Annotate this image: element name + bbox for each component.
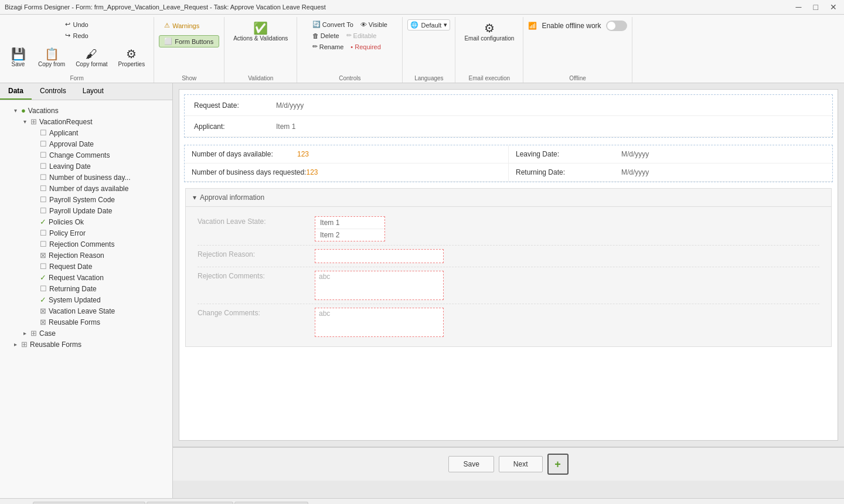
tab-controls[interactable]: Controls xyxy=(32,83,74,100)
tree-item-vacation-leave-state[interactable]: ⊠ Vacation Leave State xyxy=(0,305,172,316)
request-vacation-label: Request Vacation xyxy=(49,274,104,282)
rejection-comments-icon: ☐ xyxy=(40,240,47,248)
delete-button[interactable]: 🗑 Delete xyxy=(310,30,342,40)
reusable-forms-root-icon: ⊞ xyxy=(21,340,28,349)
tree-item-case[interactable]: ▸ ⊞ Case xyxy=(0,328,172,339)
undo-button[interactable]: ↩ Undo xyxy=(63,19,90,29)
controls-row-2: 🗑 Delete ✏ Editable xyxy=(310,30,390,40)
email-config-button[interactable]: ⚙ Email configuration xyxy=(460,19,518,45)
expander-vacations[interactable]: ▾ xyxy=(12,107,19,114)
tab-data[interactable]: Data xyxy=(0,83,32,100)
device-tab-ipad[interactable]: 📱 iPad (Default)* ▾ xyxy=(234,502,308,505)
expander-case[interactable]: ▸ xyxy=(21,330,28,337)
tree-item-rejection-reason[interactable]: ⊠ Rejection Reason xyxy=(0,250,172,261)
tree-item-reusable-forms-child[interactable]: ⊠ Reusable Forms xyxy=(0,316,172,328)
tree-item-applicant[interactable]: ☐ Applicant xyxy=(0,127,172,138)
expander-rejection-reason xyxy=(30,252,38,259)
language-select[interactable]: 🌐 Default ▾ xyxy=(407,19,450,30)
expander-reusable-forms-child xyxy=(30,319,38,326)
vacation-leave-state-label: Vacation Leave State xyxy=(49,307,115,315)
expander-vacation-leave-state xyxy=(30,308,38,315)
editable-button[interactable]: ✏ Editable xyxy=(344,30,379,40)
tree-item-policies-ok[interactable]: ✓ Policies Ok xyxy=(0,216,172,227)
tree-item-payroll-update-date[interactable]: ☐ Payroll Update Date xyxy=(0,205,172,216)
add-button[interactable]: + xyxy=(547,454,569,475)
expander-vacation-request[interactable]: ▾ xyxy=(21,118,28,125)
expander-payroll-system-code xyxy=(30,196,38,203)
nav-forward[interactable]: ▶ xyxy=(17,502,28,505)
tree-item-leaving-date[interactable]: ☐ Leaving Date xyxy=(0,161,172,172)
policies-ok-icon: ✓ xyxy=(40,217,46,226)
rejection-comments-input[interactable]: abc xyxy=(315,271,444,300)
wifi-icon: 📶 xyxy=(528,22,537,30)
reusable-forms-child-icon: ⊠ xyxy=(40,318,46,326)
warnings-button[interactable]: ⚠ Warnings xyxy=(159,19,219,32)
bottom-bar: Save Next + xyxy=(173,447,844,481)
redo-icon: ↪ xyxy=(65,32,70,39)
minimize-button[interactable]: ─ xyxy=(794,2,804,12)
vacation-leave-state-dropdown[interactable]: Item 1 Item 2 xyxy=(315,216,385,241)
number-business-days-icon: ☐ xyxy=(40,173,47,182)
system-updated-icon: ✓ xyxy=(40,295,46,304)
tree-item-approval-date[interactable]: ☐ Approval Date xyxy=(0,138,172,149)
request-date-row: Request Date: M/d/yyyy xyxy=(185,95,832,116)
approval-header-label: Approval information xyxy=(200,193,264,202)
tree-item-vacation-request[interactable]: ▾ ⊞ VacationRequest xyxy=(0,116,172,127)
tree-item-policy-error[interactable]: ☐ Policy Error xyxy=(0,227,172,239)
change-comments-input[interactable]: abc xyxy=(315,308,444,337)
device-tab-desktop[interactable]: 🖥 Desktop 1280x800 (Default)* ▾ xyxy=(33,502,145,505)
expander-reusable-forms-root[interactable]: ▸ xyxy=(12,341,19,348)
properties-button[interactable]: ⚙ Properties xyxy=(114,45,149,70)
tree-item-number-days-available[interactable]: ☐ Number of days available xyxy=(0,183,172,194)
title-text: Bizagi Forms Designer - Form: frm_Approv… xyxy=(5,4,326,11)
approval-date-label: Approval Date xyxy=(49,140,94,148)
expander-leaving-date xyxy=(30,163,38,170)
copy-from-button[interactable]: 📋 Copy from xyxy=(34,45,69,70)
tree-item-number-business-days[interactable]: ☐ Number of business day... xyxy=(0,172,172,183)
close-button[interactable]: ✕ xyxy=(828,2,839,12)
reusable-forms-child-label: Reusable Forms xyxy=(49,318,100,326)
required-button[interactable]: • Required xyxy=(348,42,383,52)
tab-layout[interactable]: Layout xyxy=(74,83,112,100)
number-business-days-value: 123 xyxy=(306,168,501,176)
tree-item-reusable-forms-root[interactable]: ▸ ⊞ Reusable Forms xyxy=(0,339,172,350)
vacation-leave-state-option-2[interactable]: Item 2 xyxy=(315,229,384,241)
tree-item-returning-date[interactable]: ☐ Returning Date xyxy=(0,283,172,294)
nav-back[interactable]: ◀ xyxy=(5,502,16,505)
returning-date-icon: ☐ xyxy=(40,284,47,293)
change-comments-value-area: abc xyxy=(315,308,819,337)
tree-item-system-updated[interactable]: ✓ System Updated xyxy=(0,294,172,305)
offline-toggle[interactable] xyxy=(606,21,627,31)
tree-item-request-date[interactable]: ☐ Request Date xyxy=(0,261,172,272)
tree-item-vacations[interactable]: ▾ ● Vacations xyxy=(0,105,172,116)
request-info-section: Request Date: M/d/yyyy Applicant: Item 1 xyxy=(184,94,833,138)
form-buttons-button[interactable]: ⬜ Form Buttons xyxy=(159,35,219,47)
rename-button[interactable]: ✏ Rename xyxy=(310,42,346,52)
approval-header[interactable]: ▾ Approval information xyxy=(186,189,831,207)
tree-item-payroll-system-code[interactable]: ☐ Payroll System Code xyxy=(0,194,172,205)
payroll-update-date-label: Payroll Update Date xyxy=(49,207,112,215)
convert-to-button[interactable]: 🔄 Convert To xyxy=(310,19,356,29)
tree-item-change-comments[interactable]: ☐ Change Comments xyxy=(0,149,172,161)
number-days-available-icon: ☐ xyxy=(40,184,47,193)
save-button[interactable]: 💾 Save xyxy=(5,45,32,70)
maximize-button[interactable]: □ xyxy=(811,2,821,12)
vacation-leave-state-option-1[interactable]: Item 1 xyxy=(315,217,384,229)
rejection-reason-icon: ⊠ xyxy=(40,251,46,260)
rejection-reason-input[interactable] xyxy=(315,249,444,263)
device-tab-iphone[interactable]: 📱 iPhone X (Default)* ▾ xyxy=(147,502,233,505)
copy-format-label: Copy format xyxy=(76,61,107,67)
applicant-label: Applicant: xyxy=(194,122,276,131)
redo-button[interactable]: ↪ Redo xyxy=(63,30,90,40)
copy-format-button[interactable]: 🖌 Copy format xyxy=(72,45,111,70)
next-button[interactable]: Next xyxy=(499,456,543,472)
add-device-tab-button[interactable]: + xyxy=(309,502,322,505)
visible-button[interactable]: 👁 Visible xyxy=(358,19,390,29)
save-form-button[interactable]: Save xyxy=(448,456,494,472)
expander-request-date xyxy=(30,263,38,270)
main-layout: Data Controls Layout ▾ ● Vacations ▾ ⊞ V… xyxy=(0,83,844,498)
tree-item-rejection-comments[interactable]: ☐ Rejection Comments xyxy=(0,239,172,250)
policy-error-icon: ☐ xyxy=(40,229,47,237)
tree-item-request-vacation[interactable]: ✓ Request Vacation xyxy=(0,272,172,283)
actions-validations-button[interactable]: ✅ Actions & Validations xyxy=(229,19,292,45)
